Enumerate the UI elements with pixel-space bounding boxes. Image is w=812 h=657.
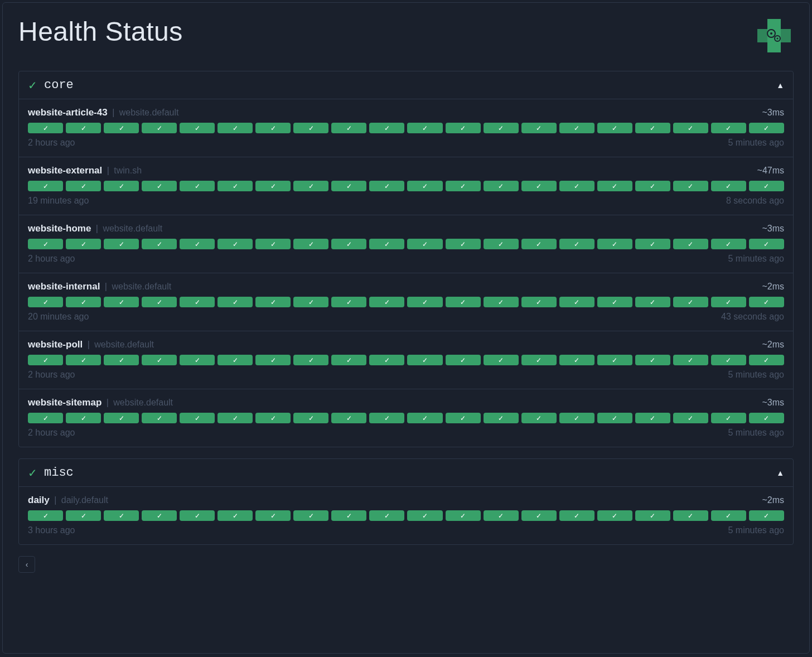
status-block[interactable]: ✓ — [331, 355, 366, 365]
status-block[interactable]: ✓ — [635, 413, 670, 423]
status-block[interactable]: ✓ — [407, 413, 442, 423]
group-header[interactable]: ✓misc▲ — [19, 459, 793, 487]
status-block[interactable]: ✓ — [673, 123, 708, 133]
status-block[interactable]: ✓ — [484, 510, 519, 521]
status-block[interactable]: ✓ — [66, 355, 101, 365]
status-block[interactable]: ✓ — [711, 297, 746, 307]
status-block[interactable]: ✓ — [180, 510, 215, 521]
status-block[interactable]: ✓ — [218, 297, 253, 307]
status-block[interactable]: ✓ — [218, 510, 253, 521]
status-block[interactable]: ✓ — [255, 413, 291, 423]
status-block[interactable]: ✓ — [28, 181, 63, 191]
status-block[interactable]: ✓ — [407, 355, 442, 365]
status-block[interactable]: ✓ — [559, 123, 594, 133]
status-block[interactable]: ✓ — [407, 181, 442, 191]
status-block[interactable]: ✓ — [673, 355, 708, 365]
status-block[interactable]: ✓ — [66, 181, 101, 191]
status-block[interactable]: ✓ — [293, 297, 328, 307]
status-block[interactable]: ✓ — [255, 510, 291, 521]
status-block[interactable]: ✓ — [635, 297, 670, 307]
status-block[interactable]: ✓ — [635, 510, 670, 521]
status-block[interactable]: ✓ — [331, 123, 366, 133]
status-block[interactable]: ✓ — [66, 239, 101, 249]
status-block[interactable]: ✓ — [597, 239, 632, 249]
status-block[interactable]: ✓ — [711, 123, 746, 133]
status-block[interactable]: ✓ — [293, 413, 328, 423]
status-block[interactable]: ✓ — [597, 123, 632, 133]
status-block[interactable]: ✓ — [142, 181, 177, 191]
status-block[interactable]: ✓ — [407, 510, 442, 521]
status-block[interactable]: ✓ — [142, 297, 177, 307]
status-block[interactable]: ✓ — [28, 239, 63, 249]
status-block[interactable]: ✓ — [635, 123, 670, 133]
status-block[interactable]: ✓ — [673, 297, 708, 307]
status-block[interactable]: ✓ — [66, 297, 101, 307]
status-block[interactable]: ✓ — [559, 297, 594, 307]
status-block[interactable]: ✓ — [521, 355, 557, 365]
status-block[interactable]: ✓ — [446, 510, 481, 521]
status-block[interactable]: ✓ — [255, 239, 291, 249]
status-block[interactable]: ✓ — [369, 239, 404, 249]
status-block[interactable]: ✓ — [180, 297, 215, 307]
status-block[interactable]: ✓ — [142, 123, 177, 133]
status-block[interactable]: ✓ — [749, 181, 784, 191]
status-block[interactable]: ✓ — [28, 123, 63, 133]
status-block[interactable]: ✓ — [635, 181, 670, 191]
status-block[interactable]: ✓ — [521, 239, 557, 249]
status-block[interactable]: ✓ — [142, 413, 177, 423]
status-block[interactable]: ✓ — [369, 181, 404, 191]
status-block[interactable]: ✓ — [711, 239, 746, 249]
status-block[interactable]: ✓ — [673, 181, 708, 191]
status-block[interactable]: ✓ — [331, 510, 366, 521]
status-block[interactable]: ✓ — [711, 181, 746, 191]
status-block[interactable]: ✓ — [180, 123, 215, 133]
status-block[interactable]: ✓ — [749, 413, 784, 423]
status-block[interactable]: ✓ — [66, 123, 101, 133]
status-block[interactable]: ✓ — [142, 510, 177, 521]
prev-page-button[interactable]: ‹ — [18, 556, 35, 573]
endpoint-row[interactable]: website-article-43 | website.default~3ms… — [19, 99, 793, 157]
status-block[interactable]: ✓ — [104, 355, 139, 365]
status-block[interactable]: ✓ — [749, 123, 784, 133]
status-block[interactable]: ✓ — [521, 413, 557, 423]
status-block[interactable]: ✓ — [293, 123, 328, 133]
status-block[interactable]: ✓ — [446, 355, 481, 365]
status-block[interactable]: ✓ — [28, 355, 63, 365]
status-block[interactable]: ✓ — [559, 239, 594, 249]
status-block[interactable]: ✓ — [180, 181, 215, 191]
status-block[interactable]: ✓ — [597, 413, 632, 423]
endpoint-row[interactable]: website-internal | website.default~2ms✓✓… — [19, 273, 793, 331]
status-block[interactable]: ✓ — [28, 297, 63, 307]
status-block[interactable]: ✓ — [521, 181, 557, 191]
status-block[interactable]: ✓ — [446, 297, 481, 307]
status-block[interactable]: ✓ — [369, 123, 404, 133]
status-block[interactable]: ✓ — [749, 510, 784, 521]
status-block[interactable]: ✓ — [597, 510, 632, 521]
status-block[interactable]: ✓ — [559, 413, 594, 423]
status-block[interactable]: ✓ — [218, 355, 253, 365]
status-block[interactable]: ✓ — [446, 239, 481, 249]
status-block[interactable]: ✓ — [180, 413, 215, 423]
status-block[interactable]: ✓ — [331, 239, 366, 249]
status-block[interactable]: ✓ — [293, 355, 328, 365]
status-block[interactable]: ✓ — [218, 181, 253, 191]
status-block[interactable]: ✓ — [749, 239, 784, 249]
status-block[interactable]: ✓ — [293, 239, 328, 249]
status-block[interactable]: ✓ — [521, 123, 557, 133]
status-block[interactable]: ✓ — [407, 123, 442, 133]
endpoint-row[interactable]: website-external | twin.sh~47ms✓✓✓✓✓✓✓✓✓… — [19, 157, 793, 215]
status-block[interactable]: ✓ — [597, 355, 632, 365]
status-block[interactable]: ✓ — [66, 413, 101, 423]
status-block[interactable]: ✓ — [484, 123, 519, 133]
status-block[interactable]: ✓ — [218, 123, 253, 133]
status-block[interactable]: ✓ — [749, 297, 784, 307]
group-header[interactable]: ✓core▲ — [19, 71, 793, 99]
status-block[interactable]: ✓ — [66, 510, 101, 521]
status-block[interactable]: ✓ — [484, 355, 519, 365]
status-block[interactable]: ✓ — [597, 297, 632, 307]
status-block[interactable]: ✓ — [673, 510, 708, 521]
status-block[interactable]: ✓ — [711, 355, 746, 365]
status-block[interactable]: ✓ — [104, 510, 139, 521]
status-block[interactable]: ✓ — [559, 510, 594, 521]
endpoint-row[interactable]: website-home | website.default~3ms✓✓✓✓✓✓… — [19, 215, 793, 273]
